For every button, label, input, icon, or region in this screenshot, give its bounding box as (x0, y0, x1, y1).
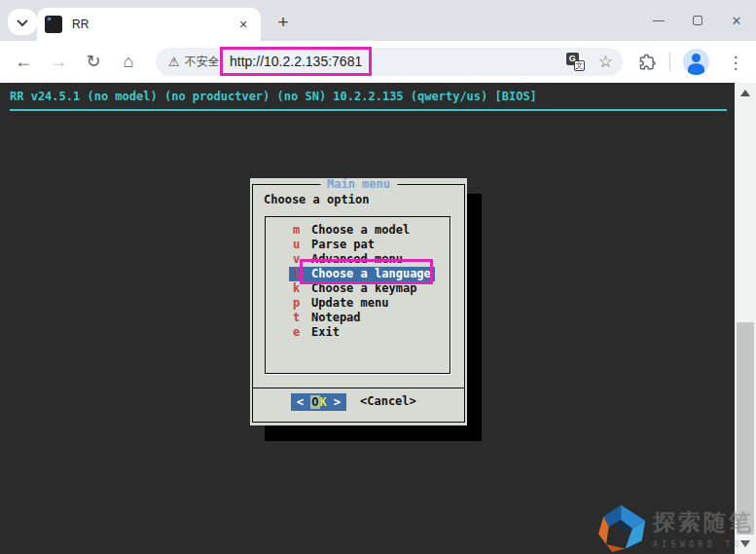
bookmark-star-icon[interactable]: ☆ (598, 52, 613, 72)
browser-window: RR ✕ + ✕ ← → ↻ ⌂ ⚠ 不安全 http://10.2.2.135… (0, 0, 756, 554)
url-annotation-box: http://10.2.2.135:7681 (220, 47, 372, 76)
avatar-person-icon (692, 54, 701, 62)
tab-search-button[interactable] (8, 9, 37, 35)
menu-item-exit[interactable]: eExit (266, 325, 450, 340)
security-label: 不安全 (185, 54, 220, 70)
dialog-prompt: Choose a option (264, 193, 369, 206)
minimize-button[interactable] (639, 6, 678, 35)
address-bar[interactable]: ⚠ 不安全 http://10.2.2.135:7681 G 文 ☆ (156, 48, 623, 76)
new-tab-button[interactable]: + (270, 10, 296, 35)
puzzle-icon (638, 54, 657, 72)
terminal-rule (10, 109, 727, 111)
close-icon: ✕ (732, 14, 742, 28)
ok-cursor: O (310, 395, 319, 409)
tab-rr[interactable]: RR ✕ (37, 8, 261, 41)
minimize-icon (653, 20, 665, 21)
dialog-separator (252, 388, 465, 388)
chevron-down-icon (17, 15, 27, 25)
browser-toolbar: ← → ↻ ⌂ ⚠ 不安全 http://10.2.2.135:7681 G 文… (0, 41, 756, 83)
cancel-button[interactable]: <Cancel> (360, 394, 416, 408)
profile-avatar[interactable] (683, 49, 709, 75)
toolbar-divider (669, 53, 670, 71)
maximize-icon (693, 16, 702, 25)
menu-item-update-menu[interactable]: pUpdate menu (266, 296, 450, 311)
home-button[interactable]: ⌂ (113, 46, 144, 77)
watermark-logo-icon (596, 503, 649, 552)
watermark: 探索随笔 AISWORD TOP (596, 503, 754, 552)
ok-button[interactable]: < OK > (291, 393, 346, 411)
url-text[interactable]: http://10.2.2.135:7681 (230, 54, 362, 69)
maximize-button[interactable] (678, 6, 717, 35)
back-button[interactable]: ← (8, 46, 39, 77)
browser-menu-button[interactable]: ⋮ (722, 47, 749, 78)
terminal-scrollbar[interactable] (735, 83, 756, 554)
omnibox-icons: G 文 ☆ (566, 48, 613, 76)
warning-icon: ⚠ (168, 55, 180, 69)
translate-icon[interactable]: G 文 (566, 53, 585, 71)
scroll-up-icon[interactable] (740, 90, 750, 96)
terminal-favicon-icon (45, 16, 62, 33)
tab-close-icon[interactable]: ✕ (234, 15, 253, 34)
menu-item-parse-pat[interactable]: uParse pat (266, 238, 450, 252)
menu-item-notepad[interactable]: tNotepad (266, 311, 450, 325)
menu-item-choose-a-keymap[interactable]: kChoose a keymap (266, 281, 450, 296)
tab-strip: RR ✕ + ✕ (0, 0, 756, 41)
watermark-subtitle: AISWORD TOP (653, 540, 754, 549)
watermark-title: 探索随笔 (653, 507, 754, 537)
menu-item-choose-a-language[interactable]: lChoose a language (266, 267, 450, 281)
extensions-button[interactable] (632, 47, 662, 78)
tab-title: RR (72, 18, 234, 31)
menu-list: mChoose a model uParse pat vAdvanced men… (266, 223, 450, 340)
close-button[interactable]: ✕ (717, 6, 756, 35)
security-chip[interactable]: ⚠ 不安全 (168, 54, 220, 70)
menu-list-box: mChoose a model uParse pat vAdvanced men… (265, 216, 450, 374)
terminal-page: RR v24.5.1 (no model) (no productver) (n… (0, 83, 756, 554)
menu-item-advanced-menu[interactable]: vAdvanced menu (266, 252, 450, 267)
menu-item-choose-a-model[interactable]: mChoose a model (266, 223, 450, 238)
window-controls: ✕ (639, 0, 756, 41)
main-menu-dialog: Main menu Choose a option mChoose a mode… (250, 178, 467, 425)
reload-button[interactable]: ↻ (78, 46, 109, 77)
dialog-title: Main menu (320, 178, 397, 191)
terminal-status-line: RR v24.5.1 (no model) (no productver) (n… (10, 90, 537, 103)
forward-button[interactable]: → (43, 46, 74, 77)
